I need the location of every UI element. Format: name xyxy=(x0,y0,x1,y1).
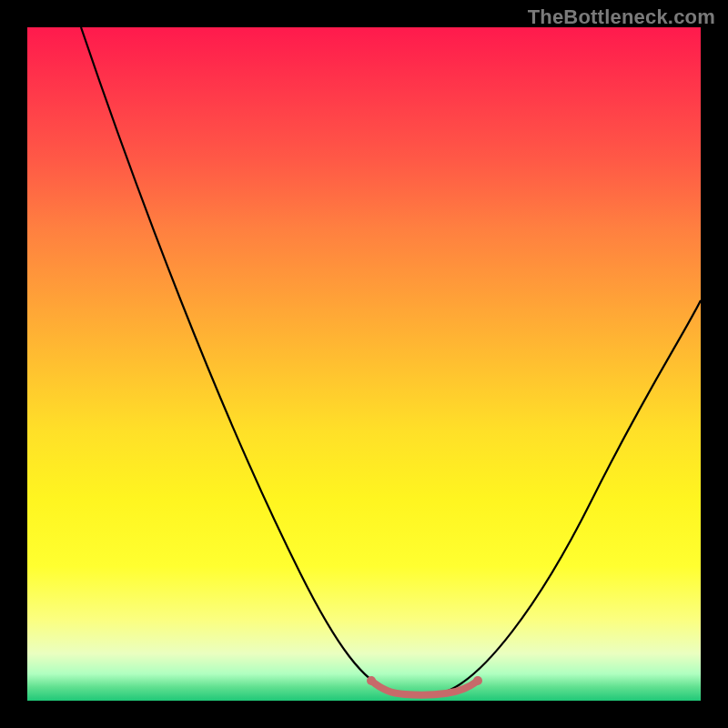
chart-container: TheBottleneck.com xyxy=(0,0,728,728)
plot-background-gradient xyxy=(27,27,701,701)
watermark-text: TheBottleneck.com xyxy=(528,5,715,29)
